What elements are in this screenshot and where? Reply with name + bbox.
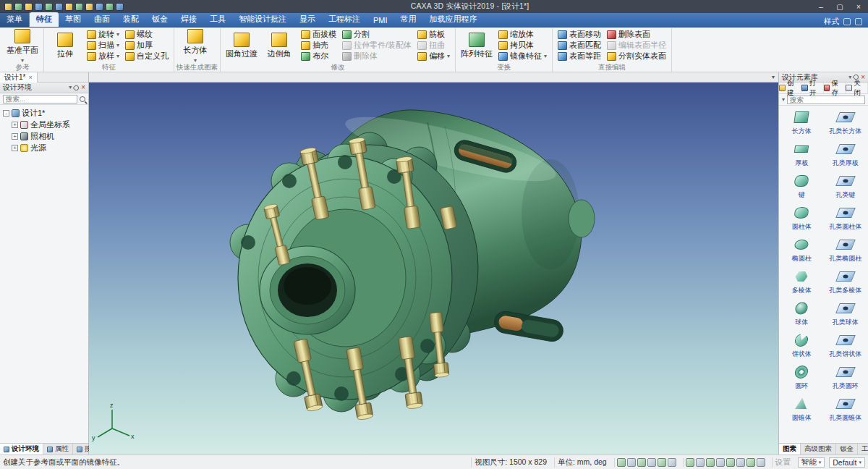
tree-expander[interactable]: - bbox=[3, 110, 9, 117]
ribbon-button[interactable]: 拉伸 bbox=[46, 29, 84, 63]
element-item[interactable]: 孔类椭圆柱 bbox=[824, 234, 868, 266]
tree-expander[interactable]: + bbox=[12, 145, 18, 151]
help-icon[interactable] bbox=[843, 18, 851, 25]
ribbon-button[interactable]: 筋板 bbox=[414, 29, 453, 40]
viewport[interactable]: z x y bbox=[89, 83, 778, 455]
tree-item[interactable]: + 全局坐标系 bbox=[1, 119, 87, 130]
ribbon-button[interactable]: 拷贝体 bbox=[495, 40, 550, 51]
element-item[interactable]: 孔类厚板 bbox=[824, 139, 868, 171]
element-item[interactable]: 多棱体 bbox=[780, 266, 824, 298]
ribbon-button[interactable]: 放样 ▾ bbox=[84, 51, 122, 62]
ribbon-button[interactable]: 边倒角 bbox=[260, 29, 298, 63]
library-tab[interactable]: 工具 bbox=[858, 444, 868, 455]
smart-mode-dropdown[interactable]: 智能 ▾ bbox=[798, 457, 825, 468]
element-item[interactable]: 键 bbox=[780, 171, 824, 203]
help-icon[interactable] bbox=[106, 3, 114, 11]
ribbon-button[interactable]: 加厚 bbox=[122, 40, 171, 51]
new-file-icon[interactable] bbox=[14, 3, 22, 11]
undo-icon[interactable] bbox=[55, 3, 63, 11]
ribbon-button[interactable]: 扫描 ▾ bbox=[84, 40, 122, 51]
close-icon[interactable]: × bbox=[849, 0, 868, 13]
style-dropdown[interactable]: Default ▾ bbox=[829, 457, 865, 468]
tree-search-input[interactable] bbox=[3, 95, 77, 103]
menu-tab[interactable]: 曲面 bbox=[88, 12, 116, 27]
ribbon-button[interactable]: 分割实体表面 bbox=[604, 51, 669, 62]
ribbon-button[interactable]: 表面移动 bbox=[555, 29, 604, 40]
menu-tab[interactable]: 菜单 bbox=[0, 12, 30, 27]
pan-view-icon[interactable] bbox=[658, 458, 666, 467]
ribbon-button[interactable]: 偏移 ▾ bbox=[414, 51, 453, 62]
ribbon-button[interactable]: 表面匹配 bbox=[555, 40, 604, 51]
rotate-view-icon[interactable] bbox=[668, 458, 676, 467]
element-item[interactable]: 厚板 bbox=[780, 139, 824, 171]
settings-icon[interactable] bbox=[95, 3, 103, 11]
maximize-icon[interactable]: ▢ bbox=[830, 0, 849, 13]
library-toolbar-button[interactable]: 保存 bbox=[824, 83, 846, 93]
ribbon-button[interactable]: 长方体 ▾ bbox=[176, 29, 214, 63]
viewport-options-arrow-icon[interactable]: ▾ bbox=[768, 74, 778, 80]
ribbon-button[interactable]: 镜像特征 ▾ bbox=[495, 51, 550, 62]
app-logo-icon[interactable] bbox=[4, 3, 12, 11]
panel-menu-arrow-icon[interactable]: ▾ bbox=[69, 85, 72, 90]
ribbon-button[interactable]: 拉伸零件/装配体 bbox=[339, 40, 414, 51]
minimize-icon[interactable]: – bbox=[812, 0, 830, 13]
ribbon-button[interactable]: 螺纹 bbox=[122, 29, 171, 40]
element-item[interactable]: 长方体 bbox=[780, 107, 824, 139]
element-item[interactable]: 椭圆柱 bbox=[780, 234, 824, 266]
menu-tab[interactable]: 工程标注 bbox=[322, 12, 367, 27]
element-item[interactable]: 圆柱体 bbox=[780, 203, 824, 234]
element-item[interactable]: 孔类多棱体 bbox=[824, 266, 868, 298]
ribbon-button[interactable]: 分割 bbox=[339, 29, 414, 40]
ribbon-button[interactable]: 表面等距 bbox=[555, 51, 604, 62]
panel-menu-arrow-icon[interactable]: ▾ bbox=[848, 75, 851, 80]
render-mode-icon[interactable] bbox=[706, 458, 715, 467]
element-item[interactable]: 孔类圆锥体 bbox=[824, 394, 868, 426]
tree-item[interactable]: - 设计1* bbox=[1, 107, 87, 119]
tree-item[interactable]: + 光源 bbox=[1, 142, 87, 153]
camera-view-icon[interactable] bbox=[726, 458, 735, 467]
grid-toggle-icon[interactable] bbox=[736, 458, 745, 467]
menu-tab[interactable]: 显示 bbox=[293, 12, 322, 27]
menu-tab[interactable]: 装配 bbox=[116, 12, 145, 27]
library-tab[interactable]: 高级图素 bbox=[801, 444, 836, 455]
close-panel-icon[interactable]: × bbox=[81, 84, 85, 91]
zoom-all-icon[interactable] bbox=[85, 3, 93, 11]
element-item[interactable]: 孔类饼状体 bbox=[824, 330, 868, 362]
element-item[interactable]: 圆环 bbox=[780, 362, 824, 394]
element-item[interactable]: 孔类圆环 bbox=[824, 362, 868, 394]
menu-tab[interactable]: 常用 bbox=[394, 12, 423, 27]
library-filter-arrow-icon[interactable]: ▾ bbox=[782, 97, 785, 103]
pin-icon[interactable] bbox=[73, 84, 80, 91]
menu-tab[interactable]: 草图 bbox=[59, 12, 88, 27]
open-file-icon[interactable] bbox=[25, 3, 33, 11]
ribbon-button[interactable]: 阵列特征 bbox=[458, 29, 495, 63]
select-filter-icon[interactable] bbox=[757, 458, 765, 467]
menu-tab[interactable]: 特征 bbox=[30, 12, 59, 27]
ribbon-button[interactable]: 自定义孔 bbox=[122, 51, 171, 62]
display-mode-icon[interactable] bbox=[75, 3, 83, 11]
ribbon-button[interactable]: 扭曲 bbox=[414, 40, 453, 51]
shaded-mode-icon[interactable] bbox=[696, 458, 705, 467]
save-file-icon[interactable] bbox=[35, 3, 43, 11]
ribbon-button[interactable]: 编辑表面半径 bbox=[604, 40, 669, 51]
element-item[interactable]: 孔类长方体 bbox=[824, 107, 868, 139]
ribbon-button[interactable]: 布尔 bbox=[298, 51, 339, 62]
library-tab[interactable]: 钣金 bbox=[836, 444, 858, 455]
zoom-in-icon[interactable] bbox=[627, 458, 636, 467]
left-panel-tab[interactable]: 属性 bbox=[43, 444, 73, 455]
zoom-out-icon[interactable] bbox=[637, 458, 646, 467]
ribbon-button[interactable]: 旋转 ▾ bbox=[84, 29, 122, 40]
element-item[interactable]: 孔类球体 bbox=[824, 298, 868, 330]
style-label[interactable]: 样式 bbox=[824, 17, 839, 27]
document-tab[interactable]: 设计1* × bbox=[0, 72, 38, 83]
redo-icon[interactable] bbox=[65, 3, 73, 11]
menu-tab[interactable]: PMI bbox=[367, 14, 394, 27]
ribbon-button[interactable]: 删除体 bbox=[339, 51, 414, 62]
ribbon-button[interactable]: 抽壳 bbox=[298, 40, 339, 51]
menu-tab[interactable]: 焊接 bbox=[174, 12, 203, 27]
ribbon-button[interactable]: 圆角过渡 bbox=[223, 29, 260, 63]
library-toolbar-button[interactable]: 创建 bbox=[779, 83, 801, 93]
tree-expander[interactable]: + bbox=[12, 122, 18, 128]
library-toolbar-button[interactable]: 打开 bbox=[801, 83, 824, 93]
library-toolbar-button[interactable]: 关闭 bbox=[846, 83, 868, 93]
